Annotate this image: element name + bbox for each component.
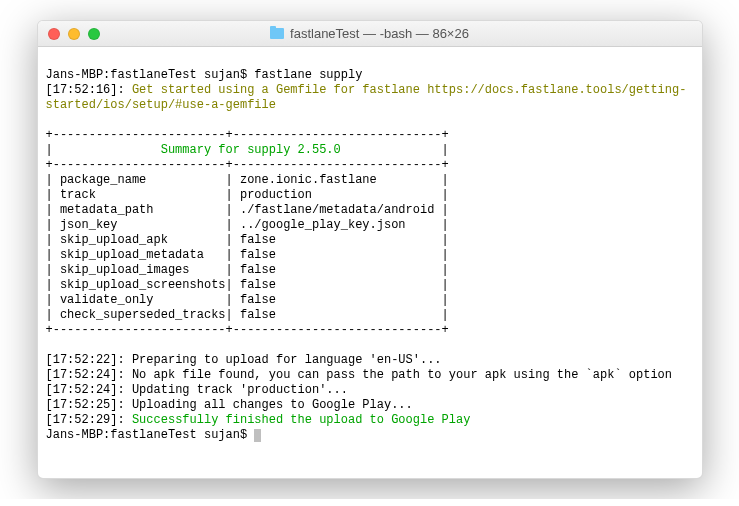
table-row: | check_superseded_tracks| false |	[46, 308, 694, 323]
log-message: Uploading all changes to Google Play...	[132, 398, 413, 412]
table-body: | package_name | zone.ionic.fastlane || …	[46, 173, 694, 323]
log-message: No apk file found, you can pass the path…	[132, 368, 672, 382]
terminal-content[interactable]: Jans-MBP:fastlaneTest sujan$ fastlane su…	[38, 47, 702, 478]
title-text: fastlaneTest — -bash — 86×26	[290, 26, 469, 41]
table-border: +------------------------+--------------…	[46, 323, 449, 337]
titlebar[interactable]: fastlaneTest — -bash — 86×26	[38, 21, 702, 47]
table-row: | json_key | ../google_play_key.json |	[46, 218, 694, 233]
timestamp: [17:52:24]:	[46, 368, 132, 382]
table-row: | skip_upload_metadata | false |	[46, 248, 694, 263]
timestamp: [17:52:29]:	[46, 413, 132, 427]
log-message: Successfully finished the upload to Goog…	[132, 413, 470, 427]
timestamp: [17:52:24]:	[46, 383, 132, 397]
minimize-icon[interactable]	[68, 28, 80, 40]
window-title: fastlaneTest — -bash — 86×26	[38, 26, 702, 41]
table-border: +------------------------+--------------…	[46, 128, 449, 142]
table-row: | validate_only | false |	[46, 293, 694, 308]
folder-icon	[270, 28, 284, 39]
log-line: [17:52:24]: Updating track 'production'.…	[46, 383, 694, 398]
table-row: | track | production |	[46, 188, 694, 203]
prompt: Jans-MBP:fastlaneTest sujan$	[46, 68, 255, 82]
table-row: | skip_upload_screenshots| false |	[46, 278, 694, 293]
prompt: Jans-MBP:fastlaneTest sujan$	[46, 428, 255, 442]
table-row: | skip_upload_images | false |	[46, 263, 694, 278]
zoom-icon[interactable]	[88, 28, 100, 40]
log-message: Preparing to upload for language 'en-US'…	[132, 353, 442, 367]
log-message: Updating track 'production'...	[132, 383, 348, 397]
command-text: fastlane supply	[254, 68, 362, 82]
log-line: [17:52:24]: No apk file found, you can p…	[46, 368, 694, 383]
cursor	[254, 429, 261, 442]
log-body: [17:52:22]: Preparing to upload for lang…	[46, 353, 694, 428]
gemfile-hint: Get started using a Gemfile for fastlane…	[46, 83, 687, 112]
table-border: +------------------------+--------------…	[46, 158, 449, 172]
close-icon[interactable]	[48, 28, 60, 40]
terminal-window: fastlaneTest — -bash — 86×26 Jans-MBP:fa…	[37, 20, 703, 479]
timestamp: [17:52:16]:	[46, 83, 132, 97]
table-row: | package_name | zone.ionic.fastlane |	[46, 173, 694, 188]
log-line: [17:52:22]: Preparing to upload for lang…	[46, 353, 694, 368]
timestamp: [17:52:25]:	[46, 398, 132, 412]
traffic-lights	[48, 28, 100, 40]
log-line: [17:52:29]: Successfully finished the up…	[46, 413, 694, 428]
table-row: | skip_upload_apk | false |	[46, 233, 694, 248]
timestamp: [17:52:22]:	[46, 353, 132, 367]
log-line: [17:52:25]: Uploading all changes to Goo…	[46, 398, 694, 413]
table-header: | Summary for supply 2.55.0 |	[46, 143, 449, 157]
table-row: | metadata_path | ./fastlane/metadata/an…	[46, 203, 694, 218]
